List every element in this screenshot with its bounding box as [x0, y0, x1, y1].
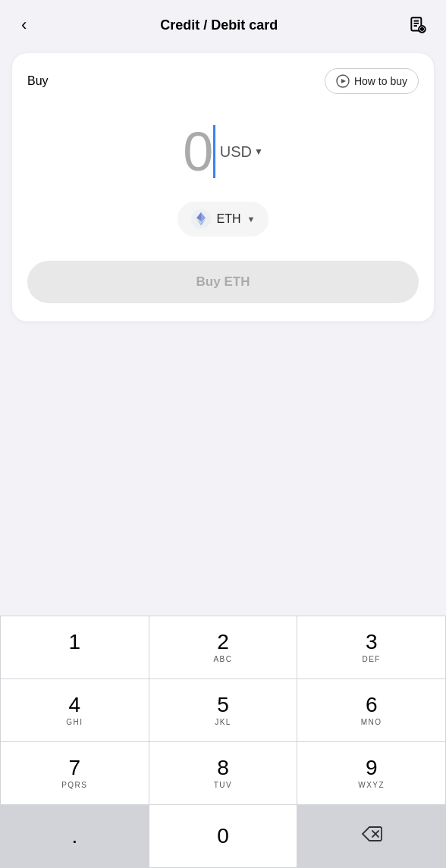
main-card: Buy How to buy 0 USD ▼ [12, 53, 434, 321]
currency-label: USD [220, 143, 252, 161]
page-title: Credit / Debit card [160, 17, 278, 33]
key-4-number: 4 [69, 694, 81, 716]
key-9-letters: WXYZ [358, 781, 385, 789]
header: ‹ Credit / Debit card [0, 0, 446, 47]
keypad: 1 2 ABC 3 DEF 4 GHI 5 JKL 6 MNO 7 PQRS 8… [0, 616, 446, 868]
key-6-letters: MNO [361, 718, 382, 726]
key-8[interactable]: 8 TUV [149, 742, 297, 804]
key-2-letters: ABC [213, 655, 232, 663]
card-top-row: Buy How to buy [27, 68, 419, 94]
back-button[interactable]: ‹ [15, 12, 33, 38]
crypto-selector[interactable]: ETH ▼ [177, 202, 269, 237]
svg-point-5 [421, 28, 423, 30]
key-9-number: 9 [366, 757, 378, 779]
key-1-letters [73, 655, 76, 663]
key-3[interactable]: 3 DEF [297, 616, 445, 678]
buy-eth-button[interactable]: Buy ETH [27, 261, 419, 303]
key-3-letters: DEF [362, 655, 381, 663]
cursor-line [213, 125, 215, 178]
key-dot[interactable]: . [1, 805, 149, 867]
eth-section: ETH ▼ [27, 202, 419, 237]
key-4[interactable]: 4 GHI [1, 679, 149, 741]
key-5-letters: JKL [215, 718, 231, 726]
key-2-number: 2 [217, 631, 229, 653]
crypto-symbol: ETH [217, 212, 241, 226]
key-6-number: 6 [366, 694, 378, 716]
key-7-number: 7 [69, 757, 81, 779]
key-delete[interactable] [297, 805, 445, 867]
key-7-letters: PQRS [61, 781, 87, 789]
crypto-chevron-icon: ▼ [247, 215, 256, 224]
buy-label: Buy [27, 74, 49, 88]
svg-marker-7 [341, 79, 346, 83]
key-5-number: 5 [217, 694, 229, 716]
key-6[interactable]: 6 MNO [297, 679, 445, 741]
key-0-number: 0 [217, 826, 229, 847]
delete-icon [361, 826, 382, 847]
key-2[interactable]: 2 ABC [149, 616, 297, 678]
eth-logo-icon [191, 209, 211, 229]
key-9[interactable]: 9 WXYZ [297, 742, 445, 804]
key-3-number: 3 [366, 631, 378, 653]
key-dot-symbol: . [71, 826, 77, 847]
currency-chevron-icon: ▼ [254, 146, 263, 157]
key-1-number: 1 [69, 631, 81, 653]
key-7[interactable]: 7 PQRS [1, 742, 149, 804]
how-to-buy-label: How to buy [354, 75, 407, 87]
receipt-settings-icon[interactable] [405, 12, 431, 38]
spacer [0, 321, 446, 616]
currency-selector[interactable]: USD ▼ [220, 143, 263, 161]
key-0[interactable]: 0 [149, 805, 297, 867]
how-to-buy-button[interactable]: How to buy [325, 68, 419, 94]
amount-section: 0 USD ▼ [27, 124, 419, 179]
key-8-letters: TUV [214, 781, 233, 789]
amount-display: 0 [183, 124, 212, 179]
key-1[interactable]: 1 [1, 616, 149, 678]
play-icon [336, 74, 350, 88]
key-5[interactable]: 5 JKL [149, 679, 297, 741]
key-8-number: 8 [217, 757, 229, 779]
key-4-letters: GHI [66, 718, 83, 726]
